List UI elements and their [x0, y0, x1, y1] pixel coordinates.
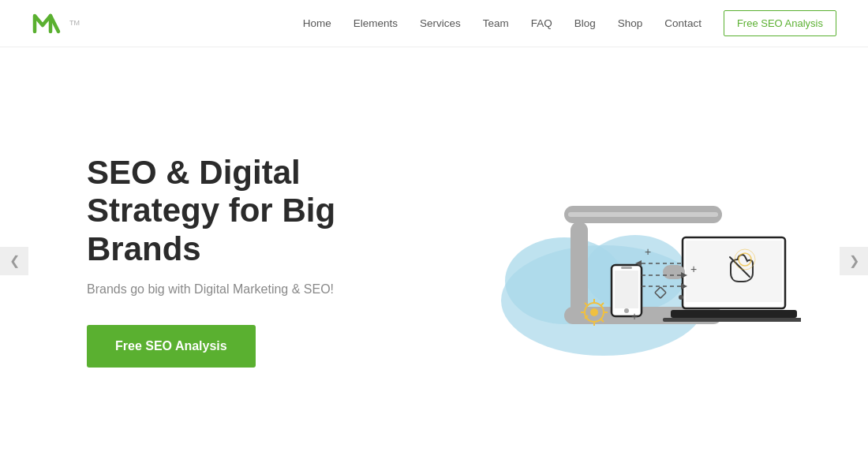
next-slide-button[interactable]: ❯: [840, 247, 868, 275]
hero-cta-button[interactable]: Free SEO Analysis: [87, 325, 256, 368]
header: TM Home Elements Services Team FAQ Blog …: [0, 0, 868, 47]
svg-rect-9: [671, 310, 797, 318]
svg-point-31: [590, 308, 598, 316]
prev-slide-button[interactable]: ❮: [0, 247, 28, 275]
nav-contact[interactable]: Contact: [664, 17, 702, 29]
nav-home[interactable]: Home: [303, 17, 331, 29]
svg-text:+: +: [690, 263, 697, 275]
hero-section: ❮ SEO & Digital Strategy for Big Brands …: [0, 47, 868, 474]
illustration-svg: + + +: [438, 143, 801, 379]
logo-icon: [32, 11, 66, 36]
svg-rect-8: [686, 241, 782, 302]
svg-point-29: [679, 295, 683, 300]
svg-point-16: [624, 308, 629, 313]
svg-text:+: +: [631, 310, 638, 323]
nav-blog[interactable]: Blog: [574, 17, 596, 29]
nav-shop[interactable]: Shop: [618, 17, 643, 29]
main-nav: Home Elements Services Team FAQ Blog Sho…: [303, 10, 836, 36]
nav-team[interactable]: Team: [483, 17, 509, 29]
svg-text:+: +: [645, 245, 651, 258]
nav-faq[interactable]: FAQ: [531, 17, 552, 29]
svg-rect-5: [571, 222, 588, 316]
nav-services[interactable]: Services: [420, 17, 461, 29]
svg-rect-10: [663, 318, 801, 322]
nav-elements[interactable]: Elements: [354, 17, 398, 29]
svg-rect-15: [615, 271, 638, 308]
hero-text-block: SEO & Digital Strategy for Big Brands Br…: [87, 154, 355, 368]
hero-subtitle: Brands go big with Digital Marketing & S…: [87, 282, 355, 297]
logo-tm: TM: [69, 20, 80, 27]
svg-rect-17: [621, 267, 632, 269]
hero-title: SEO & Digital Strategy for Big Brands: [87, 154, 355, 268]
hero-illustration: + + +: [402, 143, 836, 379]
svg-rect-4: [568, 212, 718, 217]
logo-area: TM: [32, 11, 80, 36]
header-cta-button[interactable]: Free SEO Analysis: [724, 10, 836, 36]
